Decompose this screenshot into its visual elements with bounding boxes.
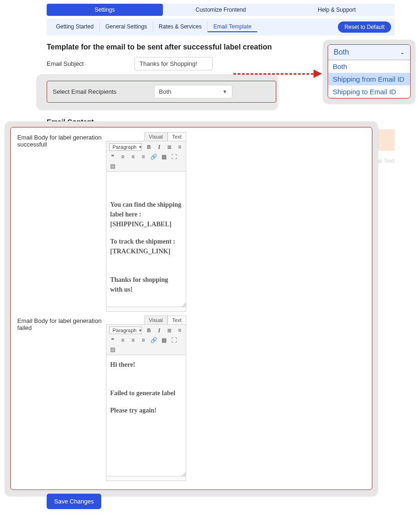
subtab-email-template[interactable]: Email Template	[208, 22, 257, 32]
recipients-select-value: Both	[159, 88, 172, 95]
numbered-list-icon[interactable]: ≡	[176, 327, 183, 334]
top-tab-help[interactable]: Help & Support	[279, 4, 395, 16]
insert-icon[interactable]: ▦	[161, 154, 167, 160]
sub-tabs-row: Getting Started General Settings Rates &…	[47, 19, 395, 35]
editor1-statusbar	[106, 307, 186, 312]
editors-highlight-panel: Email Body for label generation successf…	[5, 121, 378, 496]
editor2-tab-text[interactable]: Text	[168, 315, 186, 324]
align-right-icon[interactable]: ≡	[140, 154, 147, 160]
paragraph-select[interactable]: Paragraph▼	[109, 327, 142, 334]
bullet-list-icon[interactable]: ≣	[166, 327, 173, 334]
toolbar-toggle-icon[interactable]: ▤	[109, 346, 116, 353]
subtab-general-settings[interactable]: General Settings	[100, 22, 153, 32]
email-subject-input[interactable]	[134, 57, 213, 70]
editor2-statusbar	[106, 476, 186, 481]
email-subject-label: Email Subject	[47, 60, 134, 67]
bold-icon[interactable]: B	[146, 327, 152, 334]
align-center-icon[interactable]: ≡	[130, 337, 136, 343]
editor1-label: Email Body for label generation successf…	[17, 132, 106, 148]
chevron-down-icon: ▼	[223, 89, 227, 94]
link-icon[interactable]: 🔗	[150, 337, 157, 343]
quote-icon[interactable]: ❝	[109, 337, 116, 343]
save-changes-button[interactable]: Save Changes	[47, 494, 101, 509]
bullet-list-icon[interactable]: ≣	[166, 144, 173, 150]
subtab-rates-services[interactable]: Rates & Services	[153, 22, 208, 32]
chevron-down-icon: ⌄	[400, 49, 405, 56]
recipients-select[interactable]: Both ▼	[154, 85, 232, 98]
dropdown-selected[interactable]: Both ⌄	[328, 45, 410, 60]
editor2: Visual Text Paragraph▼ B I ≣ ≡ ❝ ≡ ≡ ≡ 🔗	[106, 315, 186, 481]
top-tab-settings[interactable]: Settings	[47, 4, 163, 16]
toolbar-toggle-icon[interactable]: ▤	[109, 163, 116, 169]
numbered-list-icon[interactable]: ≡	[176, 144, 183, 150]
align-left-icon[interactable]: ≡	[119, 154, 126, 160]
resize-handle-icon[interactable]	[181, 471, 186, 476]
editor1: Visual Text Paragraph▼ B I ≣ ≡ ❝ ≡ ≡ ≡ 🔗	[106, 132, 186, 312]
editor1-toolbar: Paragraph▼ B I ≣ ≡ ❝ ≡ ≡ ≡ 🔗 ▦ ⛶ ▤	[106, 141, 186, 172]
editor2-tab-visual[interactable]: Visual	[144, 315, 168, 324]
editor2-toolbar: Paragraph▼ B I ≣ ≡ ❝ ≡ ≡ ≡ 🔗 ▦ ⛶ ▤	[106, 324, 186, 355]
bold-icon[interactable]: B	[146, 144, 152, 150]
align-left-icon[interactable]: ≡	[119, 337, 126, 343]
reset-to-default-button[interactable]: Reset to Default	[338, 21, 391, 33]
dropdown-callout: Both ⌄ Both Shipping from Email ID Shipp…	[323, 40, 415, 103]
fullscreen-icon[interactable]: ⛶	[171, 154, 177, 160]
top-tab-customize[interactable]: Customize Frontend	[163, 4, 279, 16]
editor1-tab-text[interactable]: Text	[168, 132, 186, 141]
dropdown-option-both[interactable]: Both	[328, 60, 410, 73]
insert-icon[interactable]: ▦	[161, 337, 167, 343]
fullscreen-icon[interactable]: ⛶	[171, 337, 177, 343]
italic-icon[interactable]: I	[156, 327, 162, 334]
editor2-body[interactable]: Hi there! Failed to generate label Pleas…	[106, 355, 186, 476]
link-icon[interactable]: 🔗	[150, 154, 157, 160]
editor1-body[interactable]: You can find the shipping label here : […	[106, 172, 186, 307]
subtab-getting-started[interactable]: Getting Started	[50, 22, 100, 32]
recipients-label: Select Email Recipients	[53, 88, 117, 95]
align-center-icon[interactable]: ≡	[130, 154, 136, 160]
italic-icon[interactable]: I	[156, 144, 162, 150]
editor2-label: Email Body for label generation failed	[17, 315, 106, 331]
align-right-icon[interactable]: ≡	[140, 337, 147, 343]
dropdown-option-shipping-from[interactable]: Shipping from Email ID	[328, 73, 410, 85]
editor1-tab-visual[interactable]: Visual	[144, 132, 168, 141]
recipients-highlight-panel: Select Email Recipients Both ▼	[36, 74, 278, 109]
paragraph-select[interactable]: Paragraph▼	[109, 143, 142, 151]
top-tabs: Settings Customize Frontend Help & Suppo…	[47, 4, 395, 16]
dropdown-option-shipping-to[interactable]: Shipping to Email ID	[328, 85, 410, 98]
quote-icon[interactable]: ❝	[109, 154, 116, 160]
resize-handle-icon[interactable]	[181, 301, 186, 307]
